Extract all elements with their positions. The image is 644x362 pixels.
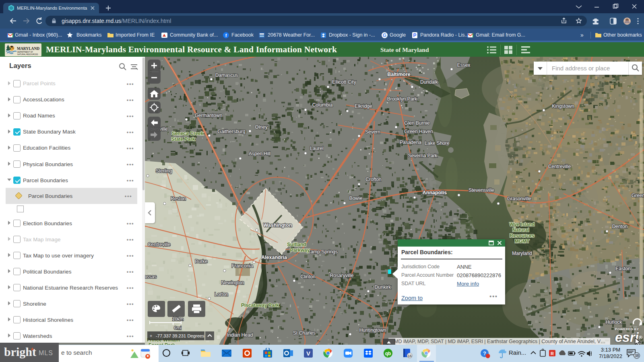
- svg-text:Washington: Washington: [263, 222, 292, 228]
- svg-text:Maryland: Maryland: [512, 251, 532, 256]
- svg-text:DEPARTMENT OF: DEPARTMENT OF: [17, 51, 33, 53]
- svg-text:Severna Park: Severna Park: [408, 153, 438, 158]
- svg-text:Lake Shore: Lake Shore: [425, 140, 450, 146]
- svg-text:Newington: Newington: [221, 280, 244, 286]
- svg-text:Seneca Creek: Seneca Creek: [172, 131, 204, 136]
- svg-text:V: V: [306, 350, 310, 357]
- svg-text:Huntingtown: Huntingtown: [359, 327, 386, 333]
- svg-text:Wye Island: Wye Island: [510, 222, 535, 227]
- svg-text:Gaithersburg: Gaithersburg: [217, 129, 245, 134]
- svg-text:R: R: [551, 351, 554, 356]
- svg-text:Crofton: Crofton: [365, 177, 381, 182]
- svg-text:G: G: [383, 33, 386, 38]
- svg-text:Laurel: Laurel: [310, 146, 323, 151]
- svg-text:Centreville: Centreville: [148, 242, 171, 247]
- svg-text:MGMT: MGMT: [515, 239, 530, 244]
- svg-text:Kingstown: Kingstown: [552, 103, 574, 109]
- svg-text:6mi: 6mi: [174, 325, 182, 330]
- svg-text:Easton: Easton: [615, 266, 630, 272]
- svg-text:MARYLAND: MARYLAND: [17, 47, 39, 51]
- svg-text:10km: 10km: [172, 317, 184, 321]
- svg-text:Resources: Resources: [510, 233, 535, 239]
- svg-text:Burke: Burke: [195, 259, 208, 264]
- svg-text:St Charles: St Charles: [293, 330, 316, 336]
- svg-text:Glen Burnie: Glen Burnie: [404, 120, 430, 126]
- svg-text:Indian Head: Indian Head: [227, 332, 253, 338]
- svg-text:Annapolis: Annapolis: [423, 190, 447, 195]
- svg-text:Dundalk: Dundalk: [420, 79, 438, 85]
- svg-text:Rosaryville: Rosaryville: [330, 273, 354, 278]
- svg-text:Ellicott City: Ellicott City: [332, 79, 356, 85]
- svg-text:NATURAL RESOURCES: NATURAL RESOURCES: [17, 53, 38, 56]
- svg-text:Severn: Severn: [365, 129, 380, 135]
- svg-text:Bowie: Bowie: [349, 195, 363, 201]
- svg-text:Reston: Reston: [171, 196, 186, 202]
- svg-text:nassas: nassas: [145, 274, 157, 280]
- svg-text:Green Haven: Green Haven: [404, 129, 433, 134]
- svg-text:Columbia: Columbia: [312, 102, 333, 108]
- svg-text:State Park: State Park: [171, 136, 195, 142]
- svg-text:qb: qb: [385, 351, 391, 356]
- svg-text:38: 38: [634, 354, 639, 358]
- svg-text:Olney: Olney: [255, 124, 267, 130]
- svg-text:f: f: [225, 33, 227, 38]
- svg-text:Camp Springs: Camp Springs: [307, 249, 338, 255]
- svg-text:Centreville: Centreville: [548, 164, 571, 169]
- svg-text:Lorton: Lorton: [215, 292, 228, 297]
- svg-text:Clinton: Clinton: [300, 274, 315, 280]
- svg-text:Suitland: Suitland: [287, 242, 306, 247]
- svg-text:Grasonville: Grasonville: [507, 196, 531, 202]
- svg-text:P: P: [413, 33, 416, 38]
- svg-text:Germantown: Germantown: [195, 113, 223, 118]
- svg-text:Sterling: Sterling: [156, 168, 172, 174]
- svg-text:Piscataway Park: Piscataway Park: [241, 302, 279, 308]
- svg-text:Hurlock: Hurlock: [606, 319, 623, 325]
- svg-text:Alexandria: Alexandria: [261, 255, 287, 260]
- svg-text:Pasadena: Pasadena: [400, 140, 421, 145]
- svg-text:Damascus: Damascus: [215, 72, 238, 78]
- svg-text:Dunkirk: Dunkirk: [375, 284, 392, 290]
- svg-text:Brooklyn Park: Brooklyn Park: [387, 96, 418, 102]
- svg-text:Baltimore: Baltimore: [387, 72, 411, 77]
- svg-text:Elkridge: Elkridge: [355, 103, 372, 109]
- svg-text:Parkway: Parkway: [290, 247, 310, 253]
- svg-text:Aspen Hill: Aspen Hill: [249, 151, 270, 156]
- svg-text:Denton: Denton: [612, 224, 628, 229]
- svg-text:Essex: Essex: [457, 62, 471, 68]
- svg-text:16: 16: [408, 354, 412, 358]
- svg-text:Greensb: Greensb: [632, 193, 644, 198]
- svg-text:Stevensville: Stevensville: [469, 187, 494, 193]
- svg-text:Franconia: Franconia: [231, 263, 253, 269]
- svg-text:Natural: Natural: [512, 227, 529, 233]
